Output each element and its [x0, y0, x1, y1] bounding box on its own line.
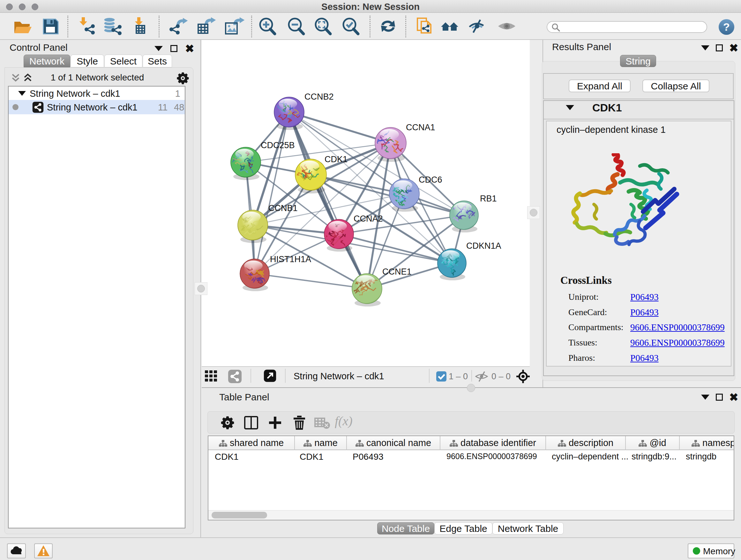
svg-text:HIST1H1A: HIST1H1A: [270, 254, 311, 264]
svg-text:CCNB1: CCNB1: [268, 203, 298, 213]
svg-text:CCNB2: CCNB2: [305, 92, 334, 102]
svg-text:CDC25B: CDC25B: [261, 140, 295, 150]
svg-text:CCNA1: CCNA1: [406, 123, 435, 132]
svg-text:CDC6: CDC6: [419, 175, 442, 185]
svg-text:CCNA2: CCNA2: [354, 214, 383, 224]
svg-text:CDK1: CDK1: [325, 154, 347, 164]
svg-text:RB1: RB1: [480, 194, 497, 203]
svg-text:CDKN1A: CDKN1A: [466, 241, 501, 251]
svg-text:CCNE1: CCNE1: [382, 267, 412, 276]
